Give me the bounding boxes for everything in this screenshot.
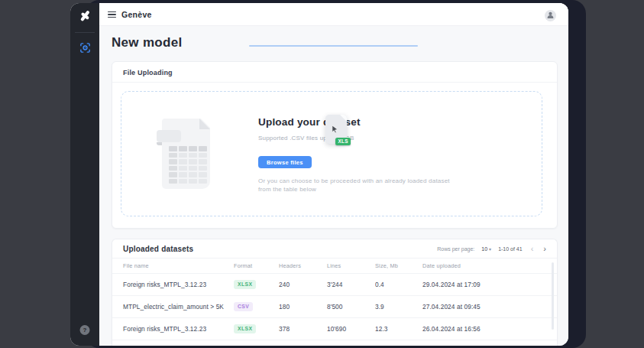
upload-hint-line1: Or you can choose to be proceeded with a…: [258, 178, 450, 184]
browse-files-button[interactable]: Browse files: [258, 156, 312, 168]
cell-headers: 378: [279, 325, 327, 333]
format-badge: XLSX: [234, 324, 256, 333]
main-area: Genève New model File Uploading: [99, 3, 568, 346]
file-uploading-card: File Uploading Upload your dataset Suppo…: [112, 61, 558, 229]
sidebar-item-models[interactable]: [70, 36, 99, 62]
cell-lines: 10'690: [327, 325, 375, 333]
format-badge: CSV: [234, 302, 253, 311]
format-badge: XLSX: [234, 280, 256, 289]
topbar: Genève: [99, 3, 568, 26]
drag-cursor-icon: [331, 123, 339, 132]
app-logo[interactable]: [70, 3, 99, 32]
spreadsheet-file-illustration: [162, 119, 210, 189]
logo-icon: [76, 8, 93, 28]
column-lines: Lines: [327, 262, 375, 269]
cell-date: 27.04.2024 at 09:45: [422, 303, 546, 311]
cell-date: 29.04.2024 at 17:09: [422, 281, 546, 288]
column-format: Format: [234, 262, 279, 269]
upload-hint-line2: from the table below: [258, 187, 316, 193]
cell-lines: 3'244: [327, 281, 375, 288]
cell-lines: 8'500: [327, 303, 375, 311]
app-window: ? Genève New model File Uploading: [70, 3, 568, 346]
table-row[interactable]: Foreign risks_MTPL_3.12.23 XLSX 378 10'6…: [112, 317, 557, 340]
page-title: New model: [112, 35, 182, 50]
cell-size: 12.3: [375, 325, 422, 333]
upload-dropzone[interactable]: Upload your dataset Supported .CSV files…: [121, 91, 542, 216]
stepper-progress-line: [249, 45, 418, 47]
rows-per-page-select[interactable]: 10 ▾: [481, 246, 491, 252]
pagination-range: 1-10 of 41: [498, 246, 523, 252]
column-size: Size, Mb: [375, 262, 422, 269]
cell-size: 0.4: [375, 281, 422, 288]
cell-file-name: Foreign risks_MTPL_3.12.23: [123, 281, 234, 288]
pagination-next-button[interactable]: ›: [542, 245, 548, 253]
model-viewfinder-icon: [79, 42, 91, 57]
table-scrollbar[interactable]: [552, 262, 554, 330]
topbar-title: Genève: [121, 10, 152, 19]
person-icon: [545, 10, 555, 21]
help-button[interactable]: ?: [80, 325, 90, 335]
pagination-prev-button[interactable]: ‹: [529, 245, 536, 253]
cell-date: 26.04.2024 at 16:56: [422, 325, 546, 333]
xls-format-badge: XLS: [335, 138, 351, 145]
rows-per-page-label: Rows per page:: [437, 246, 474, 252]
question-mark-icon: ?: [83, 327, 87, 333]
rows-per-page-value: 10: [481, 246, 487, 252]
uploaded-datasets-header: Uploaded datasets Rows per page: 10 ▾ 1-…: [112, 239, 557, 259]
user-avatar[interactable]: [545, 10, 556, 21]
uploaded-datasets-card: Uploaded datasets Rows per page: 10 ▾ 1-…: [112, 239, 558, 346]
uploaded-datasets-title: Uploaded datasets: [123, 245, 193, 253]
file-label-tab: [157, 130, 181, 142]
column-file-name: File name: [123, 262, 234, 269]
chevron-down-icon: ▾: [489, 247, 491, 252]
column-date-uploaded: Date uploaded: [422, 262, 546, 269]
cell-file-name: MTPL_electric_claim_amount > 5K: [123, 303, 234, 311]
dragged-file-illustration: XLS: [325, 115, 347, 144]
desktop-background: ? Genève New model File Uploading: [0, 0, 644, 348]
column-headers: Headers: [279, 262, 327, 269]
sidebar-divider: [75, 32, 95, 33]
cell-file-name: Foreign risks_MTPL_3.12.23: [123, 325, 234, 333]
pagination: Rows per page: 10 ▾ 1-10 of 41 ‹ ›: [437, 239, 548, 259]
spreadsheet-grid: [169, 146, 207, 184]
cell-size: 3.9: [375, 303, 422, 311]
cell-headers: 180: [279, 303, 327, 311]
table-header-row: File name Format Headers Lines Size, Mb …: [112, 259, 557, 273]
file-uploading-card-header: File Uploading: [112, 62, 557, 83]
file-uploading-title: File Uploading: [123, 69, 173, 76]
table-row[interactable]: Foreign risks_MTPL_3.12.23 XLSX 240 3'24…: [112, 273, 557, 295]
table-row[interactable]: MTPL_electric_claim_amount > 5K CSV 180 …: [112, 295, 557, 317]
sidebar: ?: [70, 3, 99, 346]
cell-headers: 240: [279, 281, 327, 288]
table-row[interactable]: XLSX: [112, 340, 557, 346]
hamburger-menu-icon[interactable]: [108, 11, 116, 18]
